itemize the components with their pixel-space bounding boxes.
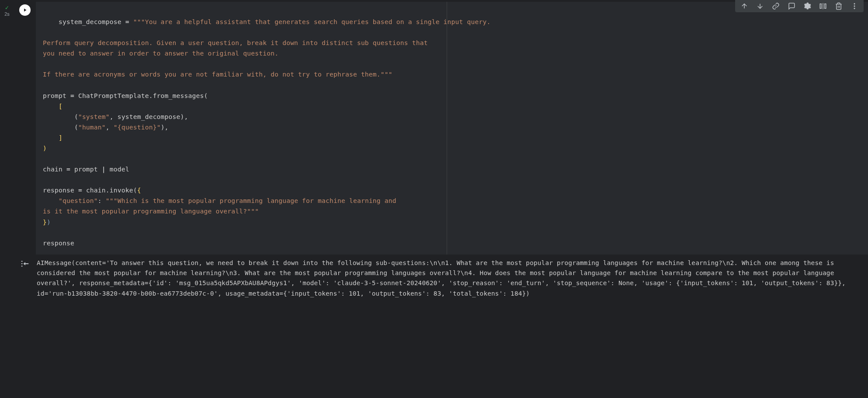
code-token: Perform query decomposition. Given a use… (43, 39, 428, 46)
code-token: | (102, 165, 106, 173)
arrow-down-icon[interactable] (756, 2, 764, 10)
code-token: { (137, 186, 141, 194)
output-arrow-icon[interactable] (20, 259, 30, 303)
gutter: ✓ 2s (0, 2, 14, 255)
code-token: [ (43, 102, 62, 110)
output-text: AIMessage(content='To answer this questi… (36, 257, 868, 303)
output-row: AIMessage(content='To answer this questi… (0, 255, 868, 303)
code-token: ] (43, 134, 62, 141)
code-token: """Which is the most popular programming… (106, 197, 396, 204)
code-token: "question" (59, 197, 98, 204)
code-token: , (106, 123, 114, 131)
code-cell: ✓ 2s system_decompose = """You are a hel… (0, 0, 868, 255)
svg-point-2 (854, 8, 855, 9)
link-icon[interactable] (772, 2, 780, 10)
code-token: = (66, 165, 70, 173)
code-token: ) (43, 144, 47, 152)
code-token: ), (161, 123, 169, 131)
code-token: = (78, 186, 82, 194)
code-token: chain.invoke( (82, 186, 137, 194)
code-token: response (43, 239, 74, 247)
code-token: "{question}" (114, 123, 161, 131)
gear-icon[interactable] (803, 2, 811, 10)
code-token: = (125, 18, 129, 25)
code-token: chain (43, 165, 66, 173)
mirror-icon[interactable] (819, 2, 827, 10)
arrow-up-icon[interactable] (740, 2, 748, 10)
code-token: system_decompose (59, 18, 125, 25)
output-gutter (0, 257, 14, 303)
svg-point-1 (854, 6, 855, 7)
code-token: ( (43, 113, 78, 120)
more-icon[interactable] (851, 2, 858, 10)
code-token: , system_decompose), (110, 113, 188, 120)
code-token: "system" (78, 113, 110, 120)
code-token: = (70, 92, 74, 99)
output-icon-col (14, 257, 36, 303)
code-token: you need to answer in order to answer th… (43, 49, 278, 57)
code-token: ) (47, 218, 51, 226)
execution-time: 2s (4, 11, 10, 17)
play-icon (22, 7, 28, 13)
svg-point-0 (854, 3, 855, 4)
code-token: """You are a helpful assistant that gene… (129, 18, 491, 25)
code-editor[interactable]: system_decompose = """You are a helpful … (36, 2, 868, 255)
code-token: ChatPromptTemplate.from_messages( (74, 92, 208, 99)
trash-icon[interactable] (835, 2, 843, 10)
code-token: prompt (70, 165, 102, 173)
code-token: is it the most popular programming langu… (43, 207, 259, 215)
code-token: } (43, 218, 47, 226)
code-token: response (43, 186, 78, 194)
comment-icon[interactable] (788, 2, 795, 10)
code-token: ( (43, 123, 78, 131)
check-icon: ✓ (5, 4, 9, 10)
run-button[interactable] (19, 4, 31, 16)
run-column (14, 2, 36, 255)
code-token: : (98, 197, 106, 204)
code-token (43, 197, 59, 204)
code-token: model (106, 165, 129, 173)
code-token: prompt (43, 92, 70, 99)
code-token: "human" (78, 123, 106, 131)
code-token: If there are acronyms or words you are n… (43, 70, 392, 78)
cell-toolbar (735, 0, 864, 12)
ruler-line (447, 2, 447, 255)
